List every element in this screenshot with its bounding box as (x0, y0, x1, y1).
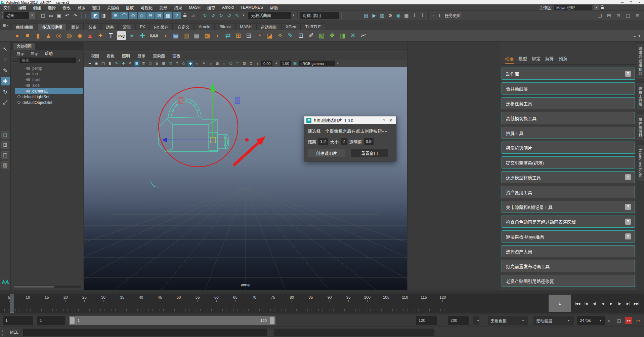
select-component-icon[interactable]: ◨ (99, 12, 108, 19)
outliner-item[interactable]: top (11, 71, 83, 77)
outliner-title-tab[interactable]: 大纲视图 (13, 43, 35, 50)
lighting-icon[interactable]: ☀ (201, 61, 207, 67)
viewport-menu-item[interactable]: 面板 (169, 53, 183, 59)
tool-button[interactable]: 高低模切换工具 ? (502, 112, 635, 124)
motion-blur-icon[interactable]: ◌ (221, 61, 227, 67)
chevron-down-icon[interactable]: ▼ (594, 5, 599, 10)
search-filter-icon[interactable]: ⬚ (13, 58, 18, 63)
smooth-icon[interactable]: ◔ (255, 31, 263, 40)
coordinates-label[interactable]: 0,0,0 (148, 31, 159, 40)
view-transform-icon[interactable]: ▣ (292, 61, 298, 67)
right-panel-tab[interactable]: 模型 (518, 55, 527, 64)
playback-end-field[interactable]: 120 (416, 316, 437, 325)
render-sequence-icon[interactable]: ▥ (378, 12, 386, 19)
dialog-help-icon[interactable]: ? (381, 118, 387, 123)
poly-sphere-icon[interactable]: ● (13, 31, 22, 40)
select-camera-icon[interactable]: ▰ (87, 61, 93, 67)
film-gate-icon[interactable]: ◫ (140, 61, 146, 67)
ipr-render-icon[interactable]: ▶ (370, 12, 378, 19)
menu-item[interactable]: 修改 (59, 4, 74, 10)
outliner-item[interactable]: camera1 (15, 88, 83, 94)
attribute-editor-icon[interactable]: ⊡ (614, 12, 622, 19)
platonic-solid-icon[interactable]: ▲ (86, 31, 94, 40)
combine-icon[interactable]: ⊞ (234, 31, 243, 40)
tool-button[interactable]: 关卡隐藏和K帧记录工具 ? (502, 201, 635, 213)
uv-cylindrical-icon[interactable]: ◨ (338, 31, 347, 40)
redo-icon[interactable]: ↷ (71, 12, 79, 19)
reduce-icon[interactable]: ◪ (265, 31, 274, 40)
menu-item[interactable]: 编辑 (15, 4, 30, 10)
step-back-key-icon[interactable]: ◀| (591, 300, 598, 307)
menu-item[interactable]: 创建 (30, 4, 44, 10)
gamma-icon[interactable]: ✦ (273, 61, 279, 67)
input-connections-icon[interactable]: ↻ (201, 12, 209, 19)
ghosting-icon[interactable]: ⊟ (605, 12, 613, 19)
wireframe-icon[interactable]: ◇ (181, 61, 187, 67)
construction-plane-icon[interactable]: ⊿ (189, 12, 197, 19)
grid-toggle-icon[interactable]: ⊞ (134, 61, 140, 67)
animation-preferences-icon[interactable]: ⊶ (635, 317, 642, 324)
measure-tool-icon[interactable]: ⌖ (128, 31, 136, 40)
lock-selection-icon[interactable] (181, 12, 189, 19)
make-live-icon[interactable]: ⊠ (155, 12, 163, 19)
step-forward-key-icon[interactable]: |▶ (616, 300, 623, 307)
uv-cut-icon[interactable]: ✕ (348, 31, 357, 40)
chevron-down-icon[interactable]: ▼ (638, 34, 641, 38)
anim-snapshot-icon[interactable]: ◫ (615, 317, 622, 324)
step-back-frame-icon[interactable]: |◀ (582, 300, 590, 307)
current-frame-field[interactable]: 1 (549, 295, 571, 312)
snap-help-icon[interactable]: ? (173, 12, 181, 19)
help-icon[interactable]: ? (625, 219, 631, 225)
paint-select-tool-icon[interactable]: ✎ (1, 66, 10, 75)
isolate-select-icon[interactable]: ⬚ (234, 61, 241, 67)
viewport-menu-item[interactable]: 照明 (119, 53, 133, 59)
menu-item[interactable]: 文件 (0, 4, 15, 10)
display-rgb-icon[interactable]: ◉ (394, 12, 402, 19)
safe-title-icon[interactable]: T (174, 61, 180, 67)
range-end-handle[interactable] (270, 317, 274, 324)
history-on-icon[interactable]: ↻ (217, 12, 225, 19)
menu-item[interactable]: MASH (185, 4, 204, 10)
outliner-item[interactable]: defaultObjectSet (11, 100, 83, 105)
tool-button[interactable]: 迁移任务工具 ? (502, 97, 635, 109)
scale-tool-icon[interactable]: ⤢ (1, 98, 10, 107)
menu-item[interactable]: 帮助 (266, 4, 281, 10)
tool-button[interactable]: 还原模型材质工具 ? (502, 171, 635, 183)
bookmark-icon[interactable]: ▮ (107, 61, 113, 67)
step-forward-frame-icon[interactable]: ▶| (624, 300, 632, 307)
task-play-icon[interactable]: ▹ (431, 12, 437, 19)
toolbar-grip[interactable] (0, 12, 3, 19)
auto-keyframe-icon[interactable]: ⊶ (625, 317, 632, 324)
command-line-grip[interactable] (0, 328, 3, 336)
maximize-icon[interactable]: □ (627, 0, 635, 4)
render-settings-icon[interactable]: ⚙ (386, 12, 394, 19)
save-scene-icon[interactable]: ▣ (55, 12, 63, 19)
range-slider[interactable]: 1 120 (69, 316, 275, 325)
blocks-icon[interactable]: ▤ (171, 31, 180, 40)
joints-xray-icon[interactable]: ⊙ (248, 61, 254, 67)
modeling-toolkit-icon[interactable]: ❏ (596, 12, 604, 19)
poly-torus-icon[interactable]: ◎ (54, 31, 63, 40)
menu-item[interactable]: 关键帧 (103, 4, 122, 10)
shelf-tab[interactable]: FX (135, 23, 149, 30)
go-to-end-icon[interactable]: ▶▶| (633, 300, 640, 307)
history-off-icon[interactable]: ↺ (225, 12, 233, 19)
docked-panel-tab[interactable]: TeamonesTools (638, 145, 644, 181)
help-icon[interactable]: ? (625, 233, 631, 239)
shadows-icon[interactable]: ◑ (208, 61, 214, 67)
minimize-icon[interactable]: — (618, 0, 627, 4)
outliner-item[interactable]: side (11, 82, 83, 88)
close-icon[interactable]: × (635, 0, 644, 4)
gate-mask-icon[interactable]: ◼ (154, 61, 160, 67)
multisample-icon[interactable]: ⬡ (228, 61, 234, 67)
tool-settings-icon[interactable]: ⬚ (624, 12, 632, 19)
menu-item[interactable]: TEAMONES (237, 4, 266, 10)
tool-button[interactable]: 摄像机透明片 ? (502, 142, 635, 154)
animation-end-field[interactable]: 200 (448, 316, 469, 325)
image-plane-icon[interactable]: ✎ (114, 61, 120, 67)
layout-outliner-persp-icon[interactable]: ▥ (1, 161, 9, 169)
task-bar-icon[interactable]: ❙ (437, 12, 443, 19)
right-panel-tab[interactable]: 绑定 (532, 55, 541, 64)
snap-grid-icon[interactable]: ⊞ (112, 12, 120, 19)
target-weld-icon[interactable]: ⊡ (296, 31, 305, 40)
